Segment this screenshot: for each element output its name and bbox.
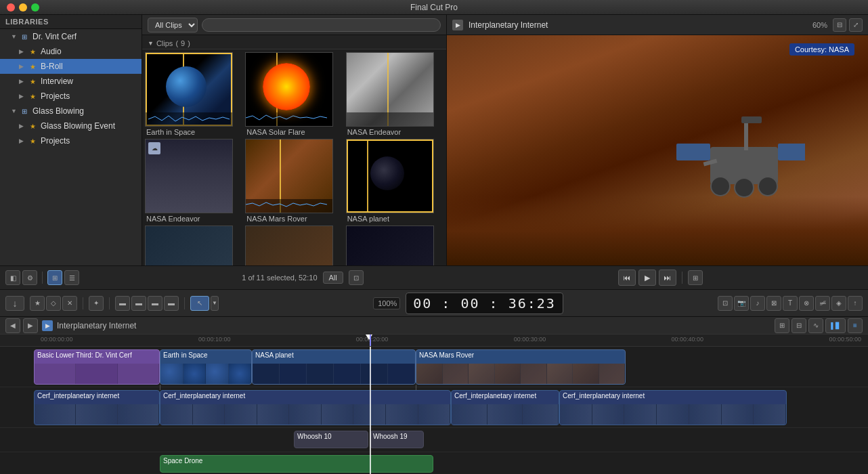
fs-frame [118,364,159,384]
add-marker-button[interactable]: ◇ [46,296,61,311]
tl-clip-space-drone[interactable]: Space Drone [160,455,433,473]
video-track-2: Cerf_interplanetary internet Cerf_interp… [0,387,868,428]
text-button[interactable]: T [783,296,798,311]
clip-thumbnail [145,225,233,265]
clip-label: Earth in Space [145,128,233,136]
transition-button[interactable]: ⧣ [815,296,830,311]
magic-wand-button[interactable]: ✦ [89,296,104,311]
transform-button[interactable]: ⊡ [718,296,733,311]
separator [184,297,185,309]
fs-frame [35,364,76,384]
timeline-ruler: 00:00:00:00 00:00:10:00 00:00:20:00 00:0… [0,335,868,347]
maximize-button[interactable] [31,3,39,12]
clip-nasa-endeavor-1[interactable]: NASA Endeavor [346,52,443,136]
sidebar-item-dr-vint-cerf[interactable]: ▼ ⊞ Dr. Vint Cerf [0,29,142,44]
search-input[interactable] [202,18,441,32]
generator-button[interactable]: ⊗ [799,296,814,311]
blade-tool[interactable]: ▬ [115,296,130,311]
sidebar-item-glass-blowing-event[interactable]: ▶ ★ Glass Blowing Event [0,118,142,133]
select-dropdown[interactable]: ▼ [211,296,219,311]
fs-frame [160,364,183,384]
photo-button[interactable]: 📷 [734,296,749,311]
viewer-controls: ⊟ ⤢ [833,18,863,32]
clip-label: NASA planet [346,215,434,223]
waveform-toggle[interactable]: ∿ [808,318,823,333]
fs-frame [76,364,117,384]
sidebar-toggle-button[interactable]: ◧ [5,270,20,285]
tl-clip-cerf-1[interactable]: Cerf_interplanetary internet [34,390,160,425]
tl-clip-earth[interactable]: Earth in Space [160,349,252,385]
select-tool[interactable]: ↖ [190,296,209,311]
position-tool[interactable]: ▬ [164,296,179,311]
tl-clip-whoosh10[interactable]: Whoosh 10 [294,431,368,448]
timeline-tracks[interactable]: Basic Lower Third: Dr. Vint Cerf Earth i… [0,347,868,474]
clip-7[interactable] [145,225,242,265]
retiming-button[interactable]: ⊠ [766,296,781,311]
clip-8[interactable] [245,225,343,265]
minimize-button[interactable] [19,3,27,12]
import-button[interactable]: ↓ [5,296,24,311]
filmstrip [560,404,786,425]
timeline-options[interactable]: ≡ [848,318,863,333]
favorite-button[interactable]: ★ [30,296,45,311]
fs-frame [35,404,76,425]
expand-arrow: ▼ [11,108,19,114]
zoom-out-button[interactable]: ⊟ [791,318,806,333]
timeline-forward-button[interactable]: ▶ [23,318,38,333]
zoom-in-button[interactable]: ⊞ [775,318,789,333]
tl-clip-cerf-3[interactable]: Cerf_interplanetary internet [451,390,559,425]
fs-frame [225,404,257,425]
expand-arrow: ▶ [19,123,27,129]
star-icon: ★ [27,76,38,87]
filter-select[interactable]: All Clips [148,18,198,33]
audio-button[interactable]: ♪ [750,296,765,311]
fs-frame [388,364,415,384]
clip-9[interactable] [346,225,443,265]
tl-clip-whoosh19[interactable]: Whoosh 19 [370,431,424,448]
library-icon: ⊞ [19,31,30,42]
clip-nasa-solar-flare[interactable]: NASA Solar Flare [245,52,343,136]
viewer-settings-button[interactable]: ⊟ [833,18,846,32]
play-pause-button[interactable]: ▶ [638,270,656,286]
tl-clip-cerf-2[interactable]: Cerf_interplanetary internet [160,390,451,425]
go-to-end-button[interactable]: ⏭ [659,270,676,286]
tl-clip-mars-rover[interactable]: NASA Mars Rover [416,349,626,385]
share-button[interactable]: ↑ [848,296,863,311]
clip-appearance-button[interactable]: ⊡ [349,270,364,285]
hand-tool[interactable]: ▬ [148,296,162,311]
sidebar-item-label: Dr. Vint Cerf [32,32,77,41]
fs-frame [487,404,523,425]
list-view-button[interactable]: ☰ [64,270,79,285]
go-to-start-button[interactable]: ⏮ [618,270,636,286]
sidebar-item-audio[interactable]: ▶ ★ Audio [0,44,142,59]
clip-nasa-mars-rover[interactable]: NASA Mars Rover [245,139,343,223]
sidebar-item-interview[interactable]: ▶ ★ Interview [0,74,142,89]
close-button[interactable] [7,3,15,12]
all-clips-button[interactable]: All [323,272,343,284]
tl-clip-nasa-planet[interactable]: NASA planet [252,349,416,385]
sidebar-item-label: B-Roll [41,62,63,71]
inspector-tools: ⊡ 📷 ♪ ⊠ T ⊗ ⧣ ◈ ↑ [718,296,863,311]
settings-button[interactable]: ⚙ [22,270,37,285]
timeline-back-button[interactable]: ◀ [5,318,20,333]
fs-frame [193,404,225,425]
sidebar-item-glass-blowing[interactable]: ▼ ⊞ Glass Blowing [0,104,142,118]
fs-frame [257,404,290,425]
zoom-tool[interactable]: ▬ [131,296,146,311]
grid-view-button[interactable]: ⊞ [47,270,62,285]
effect-button[interactable]: ◈ [831,296,846,311]
viewer-fullscreen-button[interactable]: ⤢ [849,18,863,32]
sidebar-item-b-roll[interactable]: ▶ ★ B-Roll [0,59,142,74]
sidebar-item-projects-2[interactable]: ▶ ★ Projects [0,133,142,148]
clip-label: NASA Solar Flare [245,128,333,136]
reject-button[interactable]: ✕ [62,296,77,311]
tl-clip-lower-third[interactable]: Basic Lower Third: Dr. Vint Cerf [34,349,160,385]
sidebar-item-projects[interactable]: ▶ ★ Projects [0,89,142,104]
clip-nasa-endeavor-2[interactable]: ☁ NASA Endeavor [145,139,242,223]
clip-earth-in-space[interactable]: Earth in Space [145,52,242,136]
window-controls[interactable] [7,3,39,12]
viewer-mode-button[interactable]: ⊞ [688,270,703,285]
tl-clip-cerf-4[interactable]: Cerf_interplanetary internet [559,390,787,425]
clip-nasa-planet[interactable]: NASA planet [346,139,443,223]
ruler-mark-4: 00:00:40:00 [672,336,704,343]
